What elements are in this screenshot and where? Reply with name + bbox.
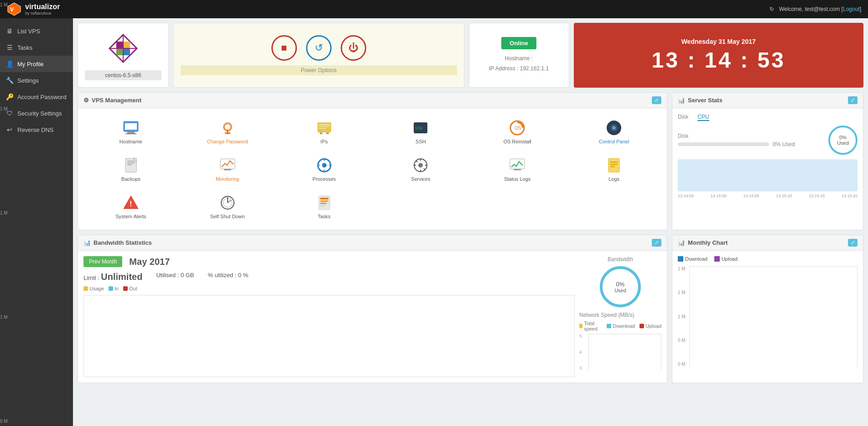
vps-item-services[interactable]: Services — [374, 153, 467, 185]
stop-icon: ■ — [281, 42, 287, 54]
ns-y-labels: 5 4 3 — [579, 334, 588, 370]
bw-limit: Limit : Unlimited — [83, 272, 142, 282]
monthly-chart-container: 1 M 1 M 1 M 0 M 0 M — [678, 266, 858, 367]
vps-management-expand-btn[interactable]: ⤢ — [652, 96, 661, 104]
svg-rect-13 — [125, 123, 137, 130]
usage-dot — [83, 286, 88, 291]
hostname-info: Hostname : IP Address : 192.162.1.1 — [489, 54, 549, 74]
middle-section: ⚙ VPS Management ⤢ Hostname — [78, 92, 863, 230]
svg-rect-70 — [678, 159, 858, 191]
vps-item-logs[interactable]: Logs — [568, 153, 660, 185]
svg-rect-55 — [608, 158, 619, 172]
sidebar-label-reverse-dns: Reverse DNS — [17, 126, 53, 133]
vps-item-backups[interactable]: Backups — [85, 153, 177, 185]
power-options-label: Power Options — [181, 65, 457, 75]
chart-time-2: 13:15:05 — [743, 194, 759, 198]
svg-rect-58 — [610, 166, 615, 167]
clock-panel: Wednesday 31 May 2017 13 : 14 : 53 — [574, 23, 864, 88]
vps-item-processes[interactable]: Processes — [278, 153, 370, 185]
vps-item-ssh[interactable]: SSH SSH — [374, 115, 467, 148]
vps-item-monitoring[interactable]: Monitoring — [182, 153, 274, 185]
vps-item-tasks[interactable]: Tasks — [278, 190, 370, 223]
bw-legend-usage: Usage — [83, 286, 104, 291]
bw-legend-out: Out — [123, 286, 137, 291]
cpanel-label: Control Panel — [599, 139, 629, 144]
cpu-area: 0% Used — [828, 126, 858, 155]
stop-button[interactable]: ■ — [271, 35, 297, 61]
vps-management-header-left: ⚙ VPS Management — [83, 97, 141, 104]
svg-rect-33 — [127, 163, 135, 163]
svg-rect-71 — [84, 295, 574, 377]
vps-management-title: VPS Management — [92, 97, 141, 104]
backups-label: Backups — [121, 176, 140, 182]
online-badge: Online — [501, 37, 536, 49]
stats-tabs: Disk CPU — [678, 114, 858, 121]
chart-time-5: 13:15:20 — [842, 194, 858, 198]
svg-rect-7 — [124, 42, 130, 48]
cpu-tab[interactable]: CPU — [697, 114, 709, 121]
vps-item-change-password[interactable]: Change Password — [182, 115, 274, 148]
monthly-y-labels: 1 M 1 M 1 M 0 M 0 M — [678, 266, 689, 367]
total-dot — [579, 324, 582, 328]
tasks2-label: Tasks — [318, 214, 331, 219]
svg-rect-69 — [320, 205, 325, 206]
svg-rect-56 — [610, 162, 618, 163]
monitoring-label: Monitoring — [216, 176, 239, 182]
svg-rect-21 — [319, 128, 326, 129]
monitoring-icon — [218, 156, 237, 174]
top-panels: centos-6.5-x86 ■ ↺ ⏻ Power Options — [78, 23, 863, 88]
bandwidth-panel: 📊 Bandwidth Statistics ⤢ Prev Month May … — [78, 235, 667, 383]
ns-legend-total: Total speed — [579, 321, 602, 331]
vps-item-self-shut-down[interactable]: Self Shut Down — [182, 190, 274, 223]
svg-rect-23 — [326, 132, 329, 134]
shutdown-icon — [218, 194, 237, 212]
server-chart-area — [678, 159, 858, 191]
bw-stats-row: Limit : Unlimited Utilised : 0 GB % util… — [83, 272, 575, 282]
chart-time-3: 13:15:10 — [776, 194, 792, 198]
monthly-chart-title: Monthly Chart — [688, 239, 728, 246]
main-content: centos-6.5-x86 ■ ↺ ⏻ Power Options — [73, 18, 868, 426]
ns-chart-svg — [589, 334, 661, 371]
ips-label: IPs — [321, 139, 328, 144]
gear-icon-vps: ⚙ — [83, 97, 89, 104]
svg-line-51 — [416, 161, 417, 162]
chart-time-1: 13:15:00 — [711, 194, 727, 198]
vps-item-hostname[interactable]: Hostname — [85, 115, 177, 148]
monthly-chart-header: 📊 Monthly Chart ⤢ — [672, 235, 863, 251]
bw-right-section: Bandwidth 0% Used Network Speed (MB/s) — [579, 256, 661, 377]
logo-area: V virtualizor by softaculous — [7, 2, 60, 16]
prev-month-button[interactable]: Prev Month — [83, 256, 122, 267]
ns-chart — [588, 334, 661, 370]
refresh-icon[interactable]: ↻ — [769, 6, 774, 12]
bw-donut-sub: Used — [614, 288, 626, 293]
os-panel: centos-6.5-x86 — [78, 23, 169, 88]
reinstall-label: OS Reinstall — [504, 139, 531, 144]
svg-rect-19 — [319, 124, 330, 125]
monthly-legend-download: Download — [678, 256, 707, 262]
bandwidth-expand-btn[interactable]: ⤢ — [652, 239, 661, 247]
vps-item-control-panel[interactable]: Control Panel — [568, 115, 660, 148]
bar-chart-icon: 📊 — [678, 97, 685, 104]
vps-management-panel: ⚙ VPS Management ⤢ Hostname — [78, 92, 667, 230]
server-stats-expand-btn[interactable]: ⤢ — [848, 96, 858, 104]
vps-item-status-logs[interactable]: Status Logs — [471, 153, 563, 185]
chart-time-0: 13:14:55 — [678, 194, 694, 198]
logout-link[interactable]: Logout — [843, 6, 860, 12]
disk-tab[interactable]: Disk — [678, 114, 688, 121]
restart-button[interactable]: ↺ — [306, 35, 332, 61]
restart-icon: ↺ — [315, 42, 323, 54]
monthly-icon: 📊 — [678, 239, 685, 246]
layout: 🖥 List VPS ☰ Tasks 👤 My Profile 🔧 Settin… — [0, 18, 868, 426]
svg-rect-9 — [124, 49, 130, 55]
power-button[interactable]: ⏻ — [341, 35, 366, 61]
services-label: Services — [411, 176, 430, 182]
svg-text:SSH: SSH — [415, 126, 422, 131]
vps-item-system-alerts[interactable]: ! System Alerts — [85, 190, 177, 223]
out-dot — [123, 286, 128, 291]
bw-legend: Usage In Out — [83, 286, 575, 291]
monthly-chart-expand-btn[interactable]: ⤢ — [848, 239, 858, 247]
vps-item-os-reinstall[interactable]: OS OS Reinstall — [471, 115, 563, 148]
vps-item-ips[interactable]: IPs — [278, 115, 370, 148]
svg-rect-72 — [589, 334, 661, 371]
monthly-chart-area — [689, 266, 858, 367]
